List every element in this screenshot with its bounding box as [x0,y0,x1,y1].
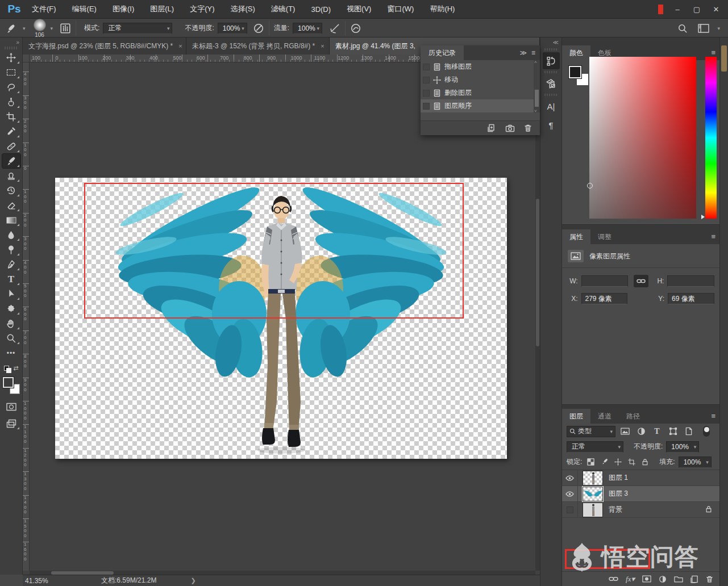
menu-edit[interactable]: 编辑(E) [64,0,105,19]
adjustments-tab[interactable]: 调整 [590,229,619,244]
new-snapshot-icon[interactable] [505,124,515,132]
maximize-button[interactable]: ▢ [688,3,705,16]
zoom-tool[interactable] [2,331,20,345]
edit-toolbar-button[interactable]: ••• [2,346,20,360]
layer-thumbnail[interactable] [583,487,603,501]
opacity-select[interactable]: 100% ▾ [218,23,247,34]
quick-select-tool[interactable] [2,95,20,109]
type-tool[interactable]: T [2,272,20,286]
hue-slider-marker[interactable] [701,215,705,219]
history-tab[interactable]: 历史记录 [421,45,464,60]
width-input[interactable] [581,275,629,287]
layer-opacity-select[interactable]: 100% ▾ [666,441,699,453]
eraser-tool[interactable] [2,198,20,212]
smoothing-button[interactable] [350,23,361,34]
layer-row-1[interactable]: 图层 1 [562,470,720,486]
layer-style-icon[interactable]: fx▾ [626,575,635,584]
collapse-panel-icon[interactable]: ≫ [519,49,527,57]
foreground-color-swatch[interactable] [569,66,581,78]
tool-preset-picker[interactable]: ▾ [6,23,26,34]
panel-menu-icon[interactable]: ≡ [711,232,715,241]
layer-row-background[interactable]: 背景 [562,502,720,518]
layer-filter-select[interactable]: 类型 ▾ [567,426,615,437]
filter-shape-layers-button[interactable] [667,426,679,437]
document-canvas[interactable] [55,178,507,459]
trash-icon[interactable] [524,124,532,132]
history-source-checkbox[interactable] [423,64,430,70]
clone-source-panel-button[interactable] [543,75,560,92]
v-scrollbar[interactable] [535,62,540,571]
layer-visibility-toggle[interactable] [562,502,578,517]
filter-adjustment-layers-button[interactable] [635,426,647,437]
menu-3d[interactable]: 3D(D) [303,0,339,19]
dodge-tool[interactable] [2,242,20,257]
panel-menu-icon[interactable]: ≡ [711,48,715,57]
menu-filter[interactable]: 滤镜(T) [263,0,303,19]
default-swap-colors[interactable]: ⇄ [4,365,19,374]
hue-slider[interactable] [705,57,717,219]
menu-type[interactable]: 文字(Y) [182,0,222,19]
pressure-opacity-button[interactable] [253,23,264,34]
new-document-from-state-icon[interactable] [487,124,496,132]
zoom-level[interactable]: 41.35% [25,577,69,585]
filter-smart-objects-button[interactable] [683,426,695,437]
filter-type-layers-button[interactable]: T [651,426,663,437]
healing-brush-tool[interactable] [2,139,20,153]
lock-position-button[interactable] [613,457,623,468]
trash-icon[interactable] [706,575,713,583]
menu-view[interactable]: 视图(V) [339,0,379,19]
properties-tab[interactable]: 属性 [562,229,590,244]
paragraph-panel-button[interactable]: ¶ [543,116,560,133]
ruler-origin-corner[interactable] [23,55,30,62]
collapse-toolbar-button[interactable]: » [0,37,22,45]
pen-tool[interactable] [2,257,20,271]
doc-tab-2[interactable]: 未标题-3 @ 152% (背景 拷贝, RGB/8#) * × [186,37,330,55]
color-fg-bg-swatches[interactable] [569,66,588,85]
panel-menu-icon[interactable]: ≡ [531,49,535,57]
minimize-button[interactable]: – [669,3,686,16]
layer-thumbnail[interactable] [583,471,603,485]
link-wh-button[interactable] [634,275,648,287]
expand-panels-button[interactable]: ≪ [540,37,561,47]
lock-all-button[interactable] [640,457,650,468]
history-brush-tool[interactable] [2,183,20,198]
lock-pixels-button[interactable] [599,457,609,468]
blur-tool[interactable] [2,228,20,242]
close-tab-icon[interactable]: × [178,43,182,49]
menu-file[interactable]: 文件(F) [24,0,64,19]
adjustment-layer-icon[interactable] [659,575,667,583]
character-panel-button[interactable]: A| [543,98,560,115]
history-state-row[interactable]: 拖移图层 [421,60,540,73]
close-button[interactable]: ✕ [708,3,725,16]
brush-tool[interactable] [2,154,20,168]
new-group-icon[interactable] [674,575,683,583]
gradient-tool[interactable] [2,213,20,227]
panel-scrollbar-thumb[interactable] [721,45,727,72]
quick-mask-button[interactable] [2,400,20,414]
layer-filter-toggle[interactable] [703,426,710,437]
airbrush-button[interactable] [329,23,340,34]
history-source-checkbox[interactable] [423,90,430,97]
history-source-checkbox[interactable] [423,103,430,110]
color-tab[interactable]: 颜色 [562,45,590,60]
marquee-tool[interactable] [2,65,20,79]
foreground-background-colors[interactable] [3,377,20,394]
x-input[interactable]: 279 像素 [581,293,628,304]
doc-tab-1[interactable]: 文字海报.psd @ 23% (图层 5, RGB/8#/CMYK) * × [23,37,186,55]
hand-tool[interactable] [2,316,20,330]
layer-name[interactable]: 图层 3 [609,489,628,499]
saturation-brightness-field[interactable] [589,57,696,219]
menu-select[interactable]: 选择(S) [222,0,263,19]
channels-tab[interactable]: 通道 [590,409,619,424]
filter-pixel-layers-button[interactable] [619,426,631,437]
layer-mask-icon[interactable] [642,575,651,583]
layer-name[interactable]: 背景 [609,505,622,514]
history-source-checkbox[interactable] [423,77,430,83]
shape-tool[interactable] [2,302,20,316]
layer-fill-select[interactable]: 100% ▾ [679,457,712,468]
brush-size-picker[interactable]: 106 [34,19,46,38]
layer-row-2-selected[interactable]: 图层 3 [562,486,720,502]
panel-menu-icon[interactable]: ≡ [711,412,715,420]
crop-tool[interactable] [2,110,20,124]
lock-transparency-button[interactable] [585,457,596,468]
